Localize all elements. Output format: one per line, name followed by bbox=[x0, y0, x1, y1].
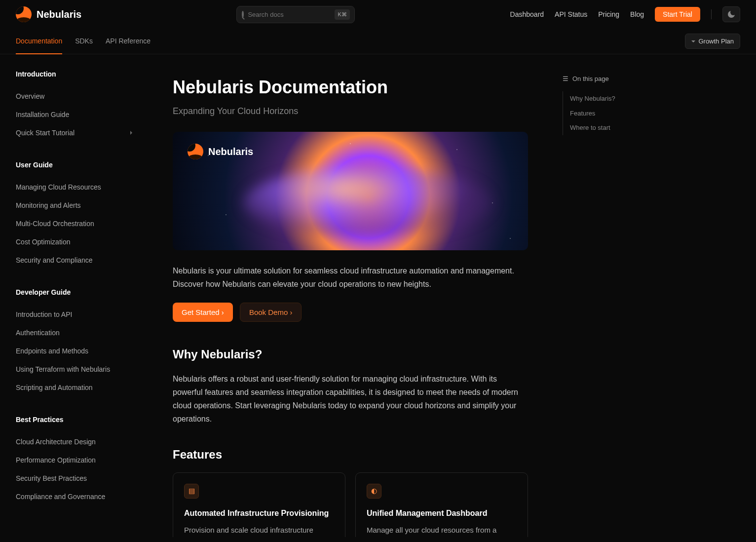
tab-sdks[interactable]: SDKs bbox=[75, 29, 93, 53]
chevron-down-icon bbox=[691, 40, 695, 42]
sidebar-item[interactable]: Cost Optimization bbox=[16, 233, 132, 251]
plan-label: Growth Plan bbox=[698, 37, 734, 46]
sidebar-item[interactable]: Authentication bbox=[16, 324, 132, 342]
logo-icon bbox=[188, 144, 203, 159]
sidebar-item[interactable]: Performance Optimization bbox=[16, 451, 132, 469]
brand-name: Nebularis bbox=[37, 7, 81, 22]
table-of-contents: ☰ On this page Why Nebularis? Features W… bbox=[553, 54, 676, 537]
sidebar-item[interactable]: Scripting and Automation bbox=[16, 379, 132, 397]
nav-pricing[interactable]: Pricing bbox=[598, 9, 619, 20]
sidebar-item[interactable]: Managing Cloud Resources bbox=[16, 178, 132, 196]
book-demo-button[interactable]: Book Demo › bbox=[240, 303, 302, 322]
sidebar-group-user-guide[interactable]: User Guide bbox=[16, 160, 132, 170]
sidebar-item[interactable]: Compliance and Governance bbox=[16, 488, 132, 506]
hero-image: Nebularis bbox=[173, 132, 528, 250]
sidebar-group-developer-guide[interactable]: Developer Guide bbox=[16, 287, 132, 298]
features-heading: Features bbox=[173, 446, 528, 464]
nav-blog[interactable]: Blog bbox=[630, 9, 644, 20]
sidebar-item[interactable]: Using Terraform with Nebularis bbox=[16, 360, 132, 379]
sidebar-item[interactable]: Introduction to API bbox=[16, 306, 132, 324]
sidebar-item[interactable]: Security Best Practices bbox=[16, 469, 132, 488]
divider bbox=[711, 9, 712, 19]
why-heading: Why Nebularis? bbox=[173, 346, 528, 363]
card-title: Unified Management Dashboard bbox=[367, 507, 517, 519]
card-text: Manage all your cloud resources from a bbox=[367, 524, 517, 536]
nav-api-status[interactable]: API Status bbox=[555, 9, 587, 20]
feature-card[interactable]: ◐ Unified Management Dashboard Manage al… bbox=[355, 472, 528, 537]
sidebar-item-overview[interactable]: Overview bbox=[16, 87, 132, 106]
card-title: Automated Infrastructure Provisioning bbox=[184, 507, 334, 519]
plan-selector[interactable]: Growth Plan bbox=[685, 34, 740, 49]
search-kbd: K⌘ bbox=[335, 9, 349, 20]
start-trial-button[interactable]: Start Trial bbox=[655, 7, 700, 22]
search-input[interactable] bbox=[248, 11, 331, 18]
list-icon: ☰ bbox=[563, 74, 568, 84]
main-content: Nebularis Documentation Expanding Your C… bbox=[148, 54, 553, 537]
sidebar-item-installation[interactable]: Installation Guide bbox=[16, 106, 132, 124]
toc-item[interactable]: Where to start bbox=[570, 120, 666, 135]
sidebar-group-introduction[interactable]: Introduction bbox=[16, 69, 132, 79]
sidebar-item-quickstart[interactable]: Quick Start Tutorial bbox=[16, 124, 132, 142]
server-icon: ▤ bbox=[184, 484, 199, 499]
theme-toggle[interactable] bbox=[722, 6, 740, 22]
moon-icon bbox=[728, 11, 735, 18]
toc-item[interactable]: Features bbox=[570, 106, 666, 121]
toc-label: On this page bbox=[572, 74, 609, 84]
chevron-right-icon bbox=[130, 131, 132, 135]
sidebar-item[interactable]: Monitoring and Alerts bbox=[16, 196, 132, 215]
sidebar-group-best-practices[interactable]: Best Practices bbox=[16, 415, 132, 425]
sidebar: Introduction Overview Installation Guide… bbox=[0, 54, 148, 537]
gauge-icon: ◐ bbox=[367, 484, 381, 499]
get-started-button[interactable]: Get Started › bbox=[173, 303, 233, 322]
brand-logo[interactable]: Nebularis bbox=[16, 6, 81, 22]
logo-icon bbox=[16, 6, 32, 22]
search-icon bbox=[242, 11, 244, 18]
toc-item[interactable]: Why Nebularis? bbox=[570, 91, 666, 106]
intro-paragraph: Nebularis is your ultimate solution for … bbox=[173, 264, 528, 291]
page-subtitle: Expanding Your Cloud Horizons bbox=[173, 105, 528, 118]
hero-brand: Nebularis bbox=[208, 144, 253, 159]
sidebar-item[interactable]: Cloud Architecture Design bbox=[16, 433, 132, 451]
page-title: Nebularis Documentation bbox=[173, 74, 528, 101]
sidebar-item[interactable]: Multi-Cloud Orchestration bbox=[16, 215, 132, 233]
feature-card[interactable]: ▤ Automated Infrastructure Provisioning … bbox=[173, 472, 345, 537]
search-box[interactable]: K⌘ bbox=[236, 6, 355, 23]
card-text: Provision and scale cloud infrastructure bbox=[184, 524, 334, 536]
tab-documentation[interactable]: Documentation bbox=[16, 29, 62, 54]
tab-api-reference[interactable]: API Reference bbox=[106, 29, 151, 53]
why-paragraph: Nebularis offers a robust and user-frien… bbox=[173, 372, 528, 426]
nav-dashboard[interactable]: Dashboard bbox=[510, 9, 544, 20]
sidebar-item[interactable]: Endpoints and Methods bbox=[16, 342, 132, 360]
sidebar-item[interactable]: Security and Compliance bbox=[16, 251, 132, 270]
